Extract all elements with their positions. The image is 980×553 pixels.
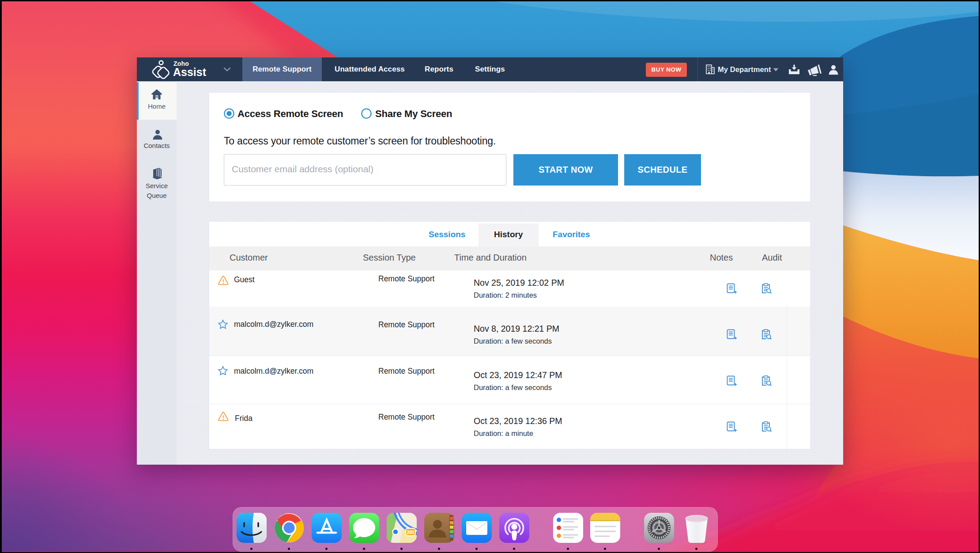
svg-text:280: 280 bbox=[407, 530, 415, 535]
